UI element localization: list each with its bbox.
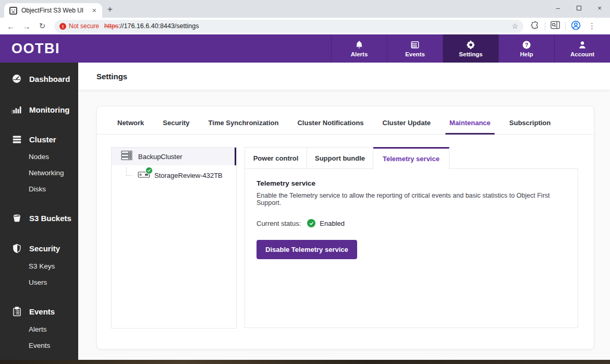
telemetry-heading: Telemetry service: [257, 179, 566, 187]
top-nav: Alerts Events Settings ? Help: [331, 34, 610, 63]
help-icon: ?: [522, 40, 531, 50]
sidebar-item-s3-keys[interactable]: S3 Keys: [0, 258, 78, 274]
sidebar-item-users[interactable]: Users: [0, 274, 78, 290]
telemetry-status-row: Current status: Enabled: [257, 219, 566, 227]
url-text: https://176.16.6.40:8443/settings: [104, 22, 199, 30]
top-nav-events[interactable]: Events: [387, 34, 443, 63]
top-nav-label: Events: [405, 51, 425, 57]
window-maximize-button[interactable]: [568, 4, 589, 12]
browser-tab-strip: ObjectFirst S3 Web UI × + – ×: [0, 0, 610, 18]
disable-telemetry-button[interactable]: Disable Telemetry service: [257, 240, 357, 259]
tab-network[interactable]: Network: [116, 119, 145, 134]
top-nav-settings[interactable]: Settings: [443, 34, 498, 63]
toolbar-separator: [545, 22, 545, 30]
ootbi-logo[interactable]: OOTBI: [0, 41, 60, 57]
window-controls: – ×: [547, 0, 610, 16]
node-health-check-icon: [145, 167, 153, 174]
forward-button[interactable]: →: [20, 22, 33, 31]
status-value: Enabled: [320, 220, 345, 227]
page-header: Settings: [78, 63, 610, 90]
tab-cluster-update[interactable]: Cluster Update: [382, 119, 432, 134]
top-nav-label: Help: [520, 51, 533, 57]
browser-window: ObjectFirst S3 Web UI × + – × ← → ↻ ! No…: [0, 0, 610, 364]
top-nav-help[interactable]: ? Help: [498, 34, 554, 63]
extensions-puzzle-icon[interactable]: [531, 21, 540, 32]
clipboard-icon: [11, 307, 22, 317]
new-tab-button[interactable]: +: [107, 4, 113, 15]
window-close-button[interactable]: ×: [589, 4, 610, 12]
sidebar-item-label: Dashboard: [29, 75, 70, 83]
tab-security[interactable]: Security: [162, 119, 190, 134]
svg-text:?: ?: [525, 41, 528, 47]
bar-chart-icon: [11, 105, 22, 114]
sidebar-item-alerts[interactable]: Alerts: [0, 321, 78, 337]
telemetry-description: Enable the Telemetry service to allow th…: [257, 192, 566, 207]
settings-card: Network Security Time Synchronization Cl…: [96, 106, 594, 349]
settings-content: Network Security Time Synchronization Cl…: [78, 90, 610, 360]
top-nav-label: Settings: [459, 51, 482, 57]
sidebar-item-security[interactable]: Security: [0, 239, 78, 258]
subtab-power-control[interactable]: Power control: [245, 147, 307, 169]
tab-maintenance[interactable]: Maintenance: [448, 119, 492, 134]
tree-connector: [126, 167, 132, 176]
sidebar-item-networking[interactable]: Networking: [0, 165, 78, 181]
url-scheme: https: [104, 22, 118, 30]
tree-item-label: BackupCluster: [138, 153, 182, 161]
browser-tab[interactable]: ObjectFirst S3 Web UI ×: [4, 3, 102, 18]
tab-time-synchronization[interactable]: Time Synchronization: [208, 119, 280, 134]
sidebar-item-disks[interactable]: Disks: [0, 181, 78, 197]
browser-menu-kebab-icon[interactable]: ⋮: [586, 21, 598, 31]
desktop-background-strip: [0, 360, 610, 364]
tab-cluster-notifications[interactable]: Cluster Notifications: [296, 119, 364, 134]
status-enabled-check-icon: [307, 219, 315, 227]
browser-toolbar: ← → ↻ ! Not secure https://176.16.6.40:8…: [0, 18, 610, 34]
shield-icon: [11, 244, 22, 253]
site-favicon-icon: [9, 7, 17, 15]
cluster-stack-icon: [120, 150, 133, 163]
back-button[interactable]: ←: [4, 22, 18, 31]
maintenance-panel: Power control Support bundle Telemetry s…: [245, 147, 578, 329]
address-bar[interactable]: ! Not secure https://176.16.6.40:8443/se…: [54, 20, 523, 33]
tab-close-icon[interactable]: ×: [91, 6, 98, 15]
cluster-tree-panel: BackupCluster StorageRevi: [111, 147, 237, 329]
top-nav-account[interactable]: Account: [554, 34, 610, 63]
telemetry-panel: Telemetry service Enable the Telemetry s…: [245, 168, 578, 328]
tab-subscription[interactable]: Subscription: [508, 119, 552, 134]
tree-item-backupcluster[interactable]: BackupCluster: [112, 148, 236, 165]
sidebar-item-monitoring[interactable]: Monitoring: [0, 100, 78, 119]
sidebar-item-cluster[interactable]: Cluster: [0, 130, 78, 149]
bell-icon: [355, 40, 364, 50]
sidebar-item-label: Monitoring: [29, 105, 69, 114]
sidebar-item-label: Security: [29, 244, 60, 253]
subtab-telemetry-service[interactable]: Telemetry service: [373, 147, 449, 169]
toolbar-icons: ⋮: [531, 20, 598, 32]
sidebar-item-events-sub[interactable]: Events: [0, 337, 78, 354]
subtab-support-bundle[interactable]: Support bundle: [307, 147, 373, 169]
sidebar-item-nodes[interactable]: Nodes: [0, 149, 78, 165]
maintenance-subtabs: Power control Support bundle Telemetry s…: [245, 147, 578, 169]
top-nav-label: Alerts: [351, 51, 368, 57]
side-panel-search-icon[interactable]: [551, 21, 560, 31]
not-secure-warning-icon: !: [59, 23, 66, 30]
sidebar-item-s3-buckets[interactable]: S3 Buckets: [0, 209, 78, 227]
gear-icon: [466, 40, 475, 50]
reload-button[interactable]: ↻: [35, 21, 49, 31]
sidebar: Dashboard Monitoring Cluster Nodes Netwo…: [0, 63, 78, 360]
sidebar-item-label: S3 Buckets: [29, 214, 71, 223]
url-rest: ://176.16.6.40:8443/settings: [118, 22, 199, 30]
not-secure-label: Not secure: [69, 22, 99, 30]
top-nav-alerts[interactable]: Alerts: [331, 34, 387, 63]
sidebar-item-dashboard[interactable]: Dashboard: [0, 69, 78, 89]
sidebar-item-events[interactable]: Events: [0, 302, 78, 321]
tree-item-node[interactable]: StorageReview-432TB: [112, 165, 236, 180]
profile-avatar-icon[interactable]: [571, 20, 581, 32]
main-content: Settings Network Security Time Synchroni…: [78, 63, 610, 360]
not-secure-chip[interactable]: ! Not secure: [59, 22, 99, 30]
gauge-icon: [11, 74, 22, 84]
tree-item-label: StorageReview-432TB: [154, 172, 223, 179]
person-icon: [578, 40, 587, 50]
bucket-icon: [11, 213, 22, 223]
window-minimize-button[interactable]: –: [547, 4, 568, 12]
top-nav-label: Account: [570, 51, 594, 57]
bookmark-star-icon[interactable]: ☆: [511, 22, 518, 30]
